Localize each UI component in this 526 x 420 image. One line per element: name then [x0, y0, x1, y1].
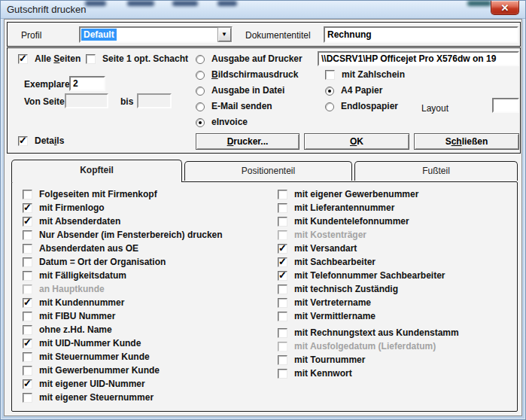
- checkbox-item[interactable]: Datum = Ort der Organisation: [23, 257, 223, 267]
- checkbox-label: Folgeseiten mit Firmenkopf: [39, 190, 157, 199]
- checkbox-item[interactable]: ohne z.Hd. Name: [23, 325, 223, 335]
- checkbox-label: Nur Absender (im Fensterbereich) drucken: [39, 230, 223, 240]
- combo-dropdown-button[interactable]: ▼: [218, 28, 231, 41]
- checkbox: [23, 203, 32, 213]
- radio-icon: [196, 71, 205, 80]
- profil-combobox[interactable]: Default ▼: [79, 26, 233, 43]
- checkbox-label: mit UID-Nummer Kunde: [39, 339, 141, 348]
- paper-radio[interactable]: A4 Papier: [325, 86, 382, 96]
- checkbox-label: mit Telefonnummer Sachbearbeiter: [294, 271, 445, 281]
- checkbox: [23, 244, 32, 254]
- checkbox-item[interactable]: mit Vermittlername: [278, 312, 459, 321]
- profil-label: Profil: [21, 30, 41, 41]
- checkbox-item[interactable]: mit eigener UID-Nummer: [23, 379, 223, 389]
- tab-kopfteil[interactable]: Kopfteil: [11, 160, 182, 182]
- checkbox-item: an Hauptkunde: [23, 285, 223, 294]
- output-mode-radio[interactable]: eInvoice: [196, 117, 248, 127]
- paper-radio[interactable]: Endlospapier: [325, 102, 398, 111]
- tab-positionenteil[interactable]: Positionenteil: [184, 161, 352, 181]
- checkbox: [23, 393, 32, 403]
- checkbox-item[interactable]: mit Kennwort: [278, 369, 459, 379]
- bis-input[interactable]: [137, 93, 172, 108]
- output-mode-radio[interactable]: E-Mail senden: [196, 102, 272, 111]
- layout-label: Layout: [421, 103, 448, 114]
- checkbox-item[interactable]: mit Lieferantennummer: [278, 203, 459, 213]
- exemplare-input[interactable]: 2: [69, 76, 105, 91]
- alle-seiten-checkbox[interactable]: Alle Seiten: [18, 54, 81, 64]
- schliessen-button[interactable]: Schließen: [414, 133, 519, 150]
- checkbox: [23, 325, 32, 335]
- drucker-button[interactable]: Drucker...: [196, 133, 299, 150]
- checkbox-item[interactable]: mit Kundentelefonnummer: [278, 217, 459, 227]
- checkbox-label: mit Kundennummer: [39, 298, 124, 308]
- checkbox-item[interactable]: mit Tournummer: [278, 355, 459, 365]
- checkbox-label: an Hauptkunde: [39, 285, 105, 294]
- background-window-artifact: [172, 1, 198, 6]
- radio-icon: [196, 55, 205, 64]
- checkbox-item[interactable]: mit Gewerbenummer Kunde: [23, 366, 223, 376]
- checkbox-label: mit Vermittlername: [294, 312, 375, 321]
- checkbox-item[interactable]: mit FIBU Nummer: [23, 312, 223, 321]
- checkbox-item[interactable]: mit UID-Nummer Kunde: [23, 339, 223, 348]
- ok-button[interactable]: OK: [304, 133, 409, 150]
- checkbox: [23, 352, 32, 362]
- dokumententitel-input[interactable]: Rechnung: [324, 26, 518, 43]
- background-window-artifact: [467, 1, 491, 6]
- checkbox-item[interactable]: mit Kundennummer: [23, 298, 223, 308]
- checkbox-label: mit Kennwort: [294, 369, 352, 379]
- close-icon: ✕: [501, 2, 509, 14]
- zahlschein-checkbox[interactable]: mit Zahlschein: [325, 70, 405, 80]
- seite1-schacht-checkbox[interactable]: Seite 1 opt. Schacht: [86, 54, 188, 64]
- checkbox-item[interactable]: mit Vertretername: [278, 298, 459, 308]
- von-seite-label: Von Seite: [24, 96, 65, 107]
- checkbox-item: mit Kostenträger: [278, 230, 459, 240]
- details-checkbox[interactable]: Details: [18, 136, 64, 146]
- exemplare-label: Exemplare: [24, 79, 70, 90]
- tab-fussteil[interactable]: Fußteil: [354, 161, 518, 181]
- checkbox: [23, 285, 32, 294]
- background-window-artifact: [127, 1, 154, 6]
- checkbox-item[interactable]: mit Firmenlogo: [23, 203, 223, 213]
- checkbox-item[interactable]: mit eigener Gewerbenummer: [278, 190, 459, 199]
- checkbox-item[interactable]: Absenderdaten aus OE: [23, 244, 223, 254]
- printer-path-field[interactable]: \\DCSRV1\HP Officejet Pro X576dw on 19: [318, 51, 519, 66]
- von-seite-input[interactable]: [65, 93, 108, 108]
- window-title: Gutschrift drucken: [7, 4, 87, 15]
- checkbox: [278, 285, 287, 294]
- checkbox-item[interactable]: mit Fälligkeitsdatum: [23, 271, 223, 281]
- checkbox-label: mit eigener Gewerbenummer: [294, 190, 418, 199]
- checkbox-label: Absenderdaten aus OE: [39, 244, 138, 254]
- checkbox: [325, 70, 335, 80]
- checkbox-label: mit Absenderdaten: [39, 217, 120, 227]
- checkbox-item[interactable]: mit Telefonnummer Sachbearbeiter: [278, 271, 459, 281]
- checkbox-item[interactable]: mit Versandart: [278, 244, 459, 254]
- checkbox-item[interactable]: mit eigener Steuernummer: [23, 393, 223, 403]
- tab-bar: Kopfteil Positionenteil Fußteil: [11, 160, 518, 182]
- radio-icon: [196, 87, 205, 96]
- checkbox: [18, 136, 28, 146]
- checkbox: [23, 271, 32, 281]
- checkbox: [278, 355, 287, 365]
- checkbox-label: ohne z.Hd. Name: [39, 325, 112, 335]
- checkbox: [278, 298, 287, 308]
- output-mode-radio[interactable]: Ausgabe auf Drucker: [196, 54, 303, 64]
- checkbox-item[interactable]: mit Steuernummer Kunde: [23, 352, 223, 362]
- output-mode-radio[interactable]: Bildschirmausdruck: [196, 70, 298, 80]
- layout-input[interactable]: [492, 98, 519, 113]
- checkbox-label: mit FIBU Nummer: [39, 312, 115, 321]
- radio-icon: [325, 102, 334, 111]
- checkbox-item[interactable]: mit technisch Zuständig: [278, 285, 459, 294]
- checkbox-item[interactable]: mit Rechnungstext aus Kundenstamm: [278, 328, 459, 338]
- title-bar[interactable]: Gutschrift drucken ✕: [1, 1, 525, 19]
- checkbox-item[interactable]: mit Sachbearbeiter: [278, 257, 459, 267]
- close-button[interactable]: ✕: [491, 1, 519, 15]
- checkbox-item[interactable]: mit Absenderdaten: [23, 217, 223, 227]
- checkbox: [23, 230, 32, 240]
- checkbox-label: mit Versandart: [294, 244, 357, 254]
- checkbox-item[interactable]: Folgeseiten mit Firmenkopf: [23, 190, 223, 199]
- checkbox: [278, 328, 287, 338]
- output-mode-radio[interactable]: Ausgabe in Datei: [196, 86, 284, 96]
- checkbox-label: mit Ausfolgedatum (Lieferdatum): [294, 342, 436, 352]
- checkbox-item[interactable]: Nur Absender (im Fensterbereich) drucken: [23, 230, 223, 240]
- checkbox: [23, 257, 32, 267]
